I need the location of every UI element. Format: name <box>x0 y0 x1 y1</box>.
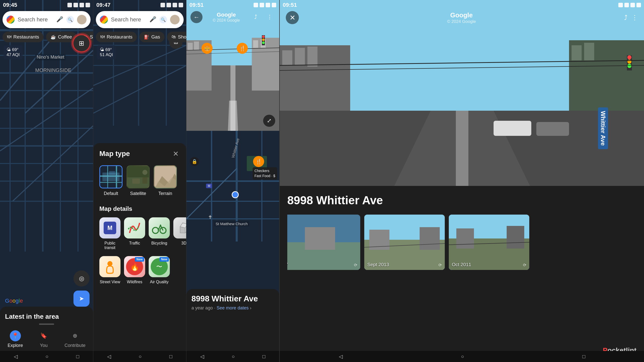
p4-home-button[interactable]: ○ <box>461 354 464 359</box>
p4-more-button[interactable]: ⋮ <box>631 14 638 22</box>
p4-title: Google <box>447 11 476 19</box>
airquality-label: Air Quality <box>150 280 169 284</box>
see-more-dates[interactable]: See more dates <box>217 305 249 310</box>
p3-recents-button[interactable]: □ <box>262 354 265 359</box>
category-coffee[interactable]: ☕ Coffee <box>46 32 76 42</box>
weather-temp: 🌤 69° <box>7 47 20 52</box>
recents-button[interactable]: □ <box>76 354 79 359</box>
p2-microphone-icon[interactable]: 🎤 <box>149 16 156 23</box>
svg-point-96 <box>627 55 631 59</box>
status-bar: 09:45 <box>0 0 93 10</box>
p2-category-restaurants[interactable]: 🍽 Restaurants <box>96 32 137 42</box>
svg-rect-112 <box>507 226 524 249</box>
nav-explore[interactable]: 📍 Explore <box>8 330 23 348</box>
checkers-poi[interactable]: 🍴 <box>253 156 264 167</box>
p2-android-navigation-bar: ◁ ○ □ <box>93 351 186 362</box>
p4-back-button[interactable]: ◁ <box>339 353 343 359</box>
lens-icon[interactable]: 🔍 <box>66 16 74 23</box>
layers-button[interactable]: ⊞ <box>73 35 90 51</box>
p2-user-avatar[interactable] <box>170 15 180 24</box>
google-watermark: Google <box>5 298 23 304</box>
location-button[interactable]: ◎ <box>73 270 90 287</box>
p2-status-time: 09:47 <box>96 2 110 8</box>
photo-thumb-3[interactable]: Oct 2011 ⟳ <box>449 215 529 270</box>
search-input[interactable]: Search here <box>18 16 53 23</box>
detail-public-transit[interactable]: M Public transit <box>99 217 120 250</box>
home-button[interactable]: ○ <box>45 354 48 359</box>
p2-status-bar: 09:47 <box>93 0 186 10</box>
p2-search-bar[interactable]: Search here 🎤 🔍 <box>96 11 184 28</box>
detail-air-quality[interactable]: New 〜 Air Quality <box>149 256 170 284</box>
svg-rect-29 <box>100 166 123 188</box>
photo-thumb-1[interactable]: 17 ⟳ <box>287 215 360 270</box>
detail-street-view[interactable]: Street View <box>99 256 120 284</box>
p4-share-button[interactable]: ⤴ <box>624 14 627 22</box>
svg-point-98 <box>627 64 631 68</box>
back-button[interactable]: ◁ <box>14 353 18 359</box>
sv-actions: ⤴ ⋮ <box>250 12 275 23</box>
contribute-label: Contribute <box>65 343 86 348</box>
sv-subtitle: © 2024 Google <box>213 18 240 23</box>
coffee-label: Coffee <box>58 34 72 40</box>
p3-home-button[interactable]: ○ <box>232 354 235 359</box>
you-icon: 🔖 <box>38 330 49 341</box>
p4-subtitle: © 2024 Google <box>447 19 476 24</box>
svg-rect-83 <box>572 45 582 60</box>
detail-bicycling[interactable]: Bicycling <box>149 217 170 250</box>
p2-status-icons <box>160 3 183 7</box>
photo-thumb-2[interactable]: Sept 2013 ⟳ <box>364 215 445 270</box>
panel-full-photo: 09:51 <box>279 0 644 362</box>
p2-category-shopping[interactable]: 🛍 Shopping <box>167 32 186 42</box>
p2-search-input[interactable]: Search here <box>111 16 146 23</box>
poi-icon-2[interactable]: 🍴 <box>237 43 248 54</box>
contribute-icon: ⊕ <box>69 330 80 341</box>
navigation-button[interactable]: ➤ <box>73 291 90 307</box>
notification-icon <box>67 3 72 7</box>
svg-rect-81 <box>307 47 317 67</box>
p2-category-gas[interactable]: ⛽ Gas <box>139 32 165 42</box>
category-restaurants[interactable]: 🍽 Restaurants <box>3 32 44 42</box>
lock-icon[interactable]: 🔒 <box>190 157 199 166</box>
p4-recents-button[interactable]: □ <box>582 354 585 359</box>
wildfires-label: Wildfires <box>127 280 142 284</box>
p2-restaurants-label: Restaurants <box>107 34 132 40</box>
p4-battery-icon <box>636 3 641 7</box>
sv-back-button[interactable]: ← <box>190 11 203 23</box>
p3-back-button[interactable]: ◁ <box>200 353 204 359</box>
3d-label: 3D <box>181 241 186 246</box>
expand-button[interactable]: ⤢ <box>263 115 275 127</box>
map-type-default[interactable]: Default <box>99 165 123 196</box>
sv-more-button[interactable]: ⋮ <box>264 12 275 23</box>
p2-home-button[interactable]: ○ <box>139 354 142 359</box>
microphone-icon[interactable]: 🎤 <box>56 16 63 23</box>
photo-3-label: Oct 2011 <box>452 262 471 267</box>
search-bar[interactable]: Search here 🎤 🔍 <box>3 11 91 28</box>
svg-point-64 <box>262 42 265 44</box>
p2-lens-icon[interactable]: 🔍 <box>159 16 167 23</box>
bicycling-icon-box <box>149 217 170 238</box>
poi-icon-1[interactable]: 🍔 <box>202 43 213 54</box>
map-type-terrain[interactable]: Terrain <box>154 165 177 196</box>
svg-point-63 <box>262 38 265 41</box>
sv-share-button[interactable]: ⤴ <box>250 12 261 23</box>
p2-back-button[interactable]: ◁ <box>107 353 111 359</box>
svg-rect-57 <box>253 40 258 48</box>
chevron-icon: › <box>250 305 251 310</box>
panel-main-map: 09:45 Search here 🎤 🔍 🍽 Restaurants ☕ Co… <box>0 0 93 362</box>
p4-close-button[interactable]: ✕ <box>286 11 299 24</box>
p4-wifi-icon <box>624 3 629 7</box>
detail-3d[interactable]: 3D <box>173 217 186 250</box>
detail-wildfires[interactable]: New 🔥 Wildfires <box>124 256 145 284</box>
svg-marker-65 <box>228 101 238 131</box>
map-type-satellite[interactable]: Satellite <box>127 165 150 196</box>
close-modal-button[interactable]: ✕ <box>171 149 180 158</box>
user-avatar[interactable] <box>77 15 87 24</box>
p2-recents-button[interactable]: □ <box>169 354 172 359</box>
nav-contribute[interactable]: ⊕ Contribute <box>65 330 86 348</box>
nav-you[interactable]: 🔖 You <box>38 330 49 348</box>
detail-traffic[interactable]: Traffic <box>124 217 145 250</box>
restaurants-label: Restaurants <box>13 34 39 40</box>
church-label: St Matthew Church <box>214 221 249 226</box>
full-street-view-image: Whittier Ave <box>280 0 644 189</box>
default-thumb <box>99 165 123 188</box>
